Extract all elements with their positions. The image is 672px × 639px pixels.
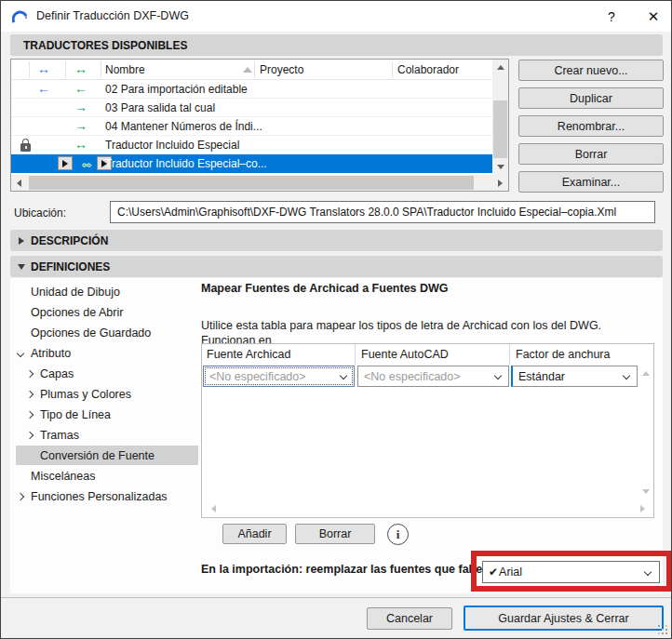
sidebar-item-atributo[interactable]: Atributo [18, 343, 71, 364]
dxf-dwg-translation-dialog: Definir Traducción DXF-DWG ? ✕ TRADUCTOR… [0, 0, 672, 639]
chevron-down-icon[interactable] [17, 350, 24, 357]
play-preview-button[interactable] [58, 156, 73, 170]
column-divider [392, 61, 393, 78]
chevron-down-icon [644, 568, 652, 576]
sidebar-item-plumas-y-colores[interactable]: Plumas y Colores [27, 384, 131, 405]
chevron-down-icon [494, 372, 502, 379]
scrollbar-thumb[interactable] [29, 176, 474, 190]
export-direction-column-icon[interactable]: ↔ [69, 62, 93, 75]
scroll-up-icon[interactable] [492, 60, 508, 75]
delete-button[interactable]: Borrar [295, 524, 375, 544]
scroll-left-icon[interactable] [206, 501, 221, 516]
replacement-font-dropdown[interactable]: ✔ Arial [482, 561, 660, 583]
tree-item-label: Atributo [31, 347, 71, 360]
translator-name: Traductor Incluido Especial [105, 136, 239, 154]
scrollbar-thumb[interactable] [493, 100, 507, 158]
width-factor-dropdown[interactable]: Estándar [511, 366, 638, 387]
window-title: Definir Traducción DXF-DWG [36, 9, 189, 22]
browse-button[interactable]: Examinar... [518, 171, 664, 193]
translators-vertical-scrollbar[interactable] [492, 60, 508, 175]
replacement-font-value: Arial [499, 566, 522, 579]
tree-item-label: Funciones Personalizadas [31, 490, 168, 503]
column-divider [254, 61, 255, 78]
chevron-right-icon[interactable] [26, 432, 34, 439]
close-button[interactable]: ✕ [636, 1, 671, 32]
add-button[interactable]: Añadir [222, 524, 287, 544]
sidebar-item-opciones-de-abrir[interactable]: Opciones de Abrir [18, 302, 123, 323]
sort-ascending-icon [243, 67, 252, 73]
create-new-button[interactable]: Crear nuevo... [518, 60, 664, 81]
cancel-button[interactable]: Cancelar [367, 607, 452, 630]
autocad-font-dropdown[interactable]: <No especificado> [357, 366, 509, 387]
table-row[interactable]: →03 Para salida tal cual [11, 99, 492, 117]
section-header-description[interactable]: DESCRIPCIÓN [10, 230, 663, 251]
column-header-archicad-font: Fuente Archicad [202, 344, 356, 365]
duplicate-button[interactable]: Duplicar [518, 87, 664, 109]
definitions-panel: Unidad de DibujoOpciones de AbrirOpcione… [10, 278, 663, 593]
sidebar-item-conversi-n-de-fuente[interactable]: Conversión de Fuente [27, 446, 155, 466]
scroll-left-icon[interactable] [11, 175, 27, 191]
sidebar-item-funciones-personalizadas[interactable]: Funciones Personalizadas [18, 486, 168, 507]
chevron-right-icon[interactable] [26, 391, 34, 398]
expanded-arrow-icon [18, 264, 25, 270]
translator-name: 02 Para importación editable [105, 80, 248, 99]
chevron-right-icon[interactable] [26, 370, 34, 378]
column-header-width-factor: Factor de anchura [511, 344, 638, 365]
section-header-translators: TRADUCTORES DISPONIBLES [10, 34, 663, 56]
checkmark-icon: ✔ [489, 566, 498, 579]
column-header-name[interactable]: Nombre [105, 63, 145, 76]
column-divider [29, 61, 30, 78]
import-direction-icon: ← [32, 82, 56, 95]
rename-button[interactable]: Renombrar... [518, 115, 664, 137]
chevron-right-icon[interactable] [17, 493, 24, 500]
collapsed-arrow-icon [19, 237, 24, 245]
translators-horizontal-scrollbar[interactable] [11, 175, 508, 191]
archicad-logo-icon [12, 8, 29, 24]
column-header-collaborator[interactable]: Colaborador [397, 63, 459, 76]
column-header-project[interactable]: Proyecto [260, 63, 303, 76]
column-divider [101, 61, 101, 78]
sidebar-item-capas[interactable]: Capas [27, 364, 74, 384]
import-direction-column-icon[interactable]: ↔ [32, 62, 56, 75]
section-header-definitions[interactable]: DEFINICIONES [10, 256, 663, 277]
footer-divider [1, 597, 671, 598]
tree-item-label: Tramas [40, 429, 79, 442]
scroll-right-icon[interactable] [492, 175, 508, 191]
section-header-translators-label: TRADUCTORES DISPONIBLES [23, 39, 187, 52]
scroll-down-icon[interactable] [492, 159, 508, 175]
save-settings-close-button[interactable]: Guardar Ajustes & Cerrar [464, 606, 664, 631]
sidebar-item-unidad-de-dibujo[interactable]: Unidad de Dibujo [18, 282, 120, 302]
translator-name: 03 Para salida tal cual [105, 99, 215, 117]
table-row[interactable]: ↔Traductor Incluido Especial [11, 136, 492, 154]
tree-item-label: Opciones de Guardado [31, 326, 151, 339]
resize-grip-icon[interactable] [658, 625, 667, 634]
tree-item-label: Unidad de Dibujo [31, 286, 120, 299]
table-row[interactable]: ↔Traductor Incluido Especial–co... [11, 154, 492, 173]
tree-item-label: Conversión de Fuente [40, 449, 155, 462]
delete-translator-button[interactable]: Borrar [518, 143, 664, 165]
translator-name: 04 Mantener Números de Índi... [105, 117, 262, 136]
sidebar-item-tramas[interactable]: Tramas [27, 425, 79, 446]
sidebar-item-miscel-neas[interactable]: Misceláneas [18, 466, 95, 486]
scroll-up-icon[interactable] [638, 366, 653, 380]
scroll-down-icon[interactable] [638, 484, 653, 499]
info-icon[interactable]: i [387, 524, 409, 545]
translation-direction-icon: → [69, 100, 93, 113]
font-mapping-title: Mapear Fuentes de Archicad a Fuentes DWG [201, 282, 449, 295]
help-button[interactable]: ? [594, 1, 629, 32]
column-divider [65, 61, 66, 78]
scroll-right-icon[interactable] [635, 501, 650, 516]
archicad-font-dropdown[interactable]: <No especificado> [203, 366, 355, 387]
sidebar-item-tipo-de-l-nea[interactable]: Tipo de Línea [27, 405, 111, 425]
chevron-right-icon[interactable] [26, 411, 34, 419]
translation-direction-icon: ← [69, 82, 93, 95]
translation-direction-icon: ↔ [69, 138, 93, 151]
table-row[interactable]: ←←02 Para importación editable [11, 80, 492, 99]
dropdown-value: <No especificado> [364, 370, 461, 383]
table-row[interactable]: →04 Mantener Números de Índi... [11, 117, 492, 136]
translation-direction-icon: ↔ [74, 156, 99, 169]
sidebar-item-opciones-de-guardado[interactable]: Opciones de Guardado [18, 323, 151, 343]
chevron-down-icon [623, 372, 630, 379]
translators-table-header: ↔ ↔ Nombre Proyecto Colaborador [11, 60, 492, 80]
tree-item-label: Plumas y Colores [40, 388, 131, 401]
